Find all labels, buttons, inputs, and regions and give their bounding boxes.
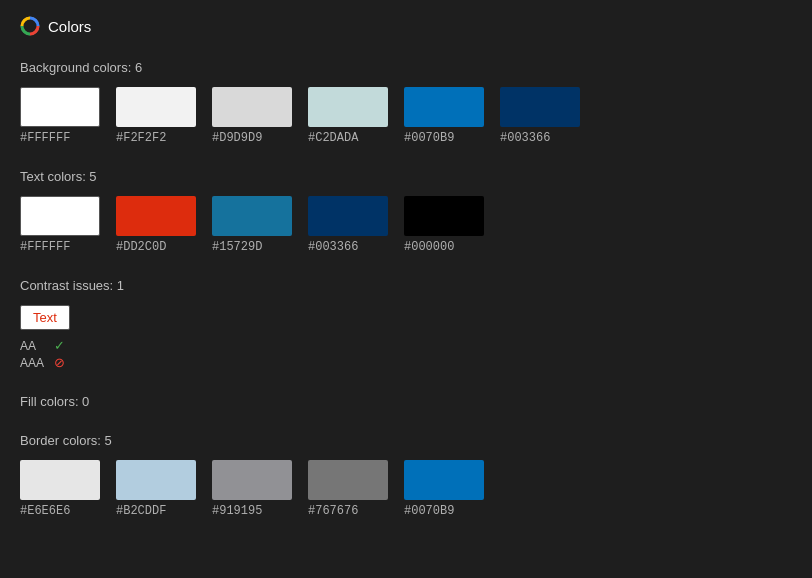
text-colors-title: Text colors: 5 bbox=[20, 169, 792, 184]
background-colors-row: #FFFFFF #F2F2F2 #D9D9D9 #C2DADA #0070B9 … bbox=[20, 87, 792, 145]
color-swatch bbox=[500, 87, 580, 127]
color-hex: #B2CDDF bbox=[116, 504, 166, 518]
color-hex: #0070B9 bbox=[404, 131, 454, 145]
color-hex: #C2DADA bbox=[308, 131, 358, 145]
color-swatch bbox=[308, 196, 388, 236]
color-item: #FFFFFF bbox=[20, 87, 100, 145]
color-item: #C2DADA bbox=[308, 87, 388, 145]
color-hex: #0070B9 bbox=[404, 504, 454, 518]
aa-rating-row: AA ✓ bbox=[20, 338, 792, 353]
color-hex: #003366 bbox=[500, 131, 550, 145]
aaa-fail-icon: ⊘ bbox=[54, 355, 65, 370]
color-swatch bbox=[20, 87, 100, 127]
color-swatch bbox=[212, 460, 292, 500]
color-item: #000000 bbox=[404, 196, 484, 254]
color-swatch bbox=[116, 196, 196, 236]
page-header: Colors bbox=[20, 16, 792, 36]
color-swatch bbox=[308, 87, 388, 127]
color-swatch bbox=[404, 196, 484, 236]
color-swatch bbox=[212, 196, 292, 236]
color-hex: #919195 bbox=[212, 504, 262, 518]
aaa-label: AAA bbox=[20, 356, 48, 370]
color-item: #E6E6E6 bbox=[20, 460, 100, 518]
color-hex: #DD2C0D bbox=[116, 240, 166, 254]
background-colors-section: Background colors: 6 #FFFFFF #F2F2F2 #D9… bbox=[20, 60, 792, 145]
text-colors-row: #FFFFFF #DD2C0D #15729D #003366 #000000 bbox=[20, 196, 792, 254]
page-title: Colors bbox=[48, 18, 91, 35]
color-swatch bbox=[20, 460, 100, 500]
color-hex: #FFFFFF bbox=[20, 240, 70, 254]
border-colors-title: Border colors: 5 bbox=[20, 433, 792, 448]
color-swatch bbox=[404, 87, 484, 127]
color-item: #15729D bbox=[212, 196, 292, 254]
color-swatch bbox=[212, 87, 292, 127]
color-hex: #003366 bbox=[308, 240, 358, 254]
color-hex: #000000 bbox=[404, 240, 454, 254]
fill-colors-title: Fill colors: 0 bbox=[20, 394, 792, 409]
border-colors-section: Border colors: 5 #E6E6E6 #B2CDDF #919195… bbox=[20, 433, 792, 518]
background-colors-title: Background colors: 6 bbox=[20, 60, 792, 75]
color-item: #003366 bbox=[308, 196, 388, 254]
color-item: #919195 bbox=[212, 460, 292, 518]
color-item: #F2F2F2 bbox=[116, 87, 196, 145]
color-hex: #FFFFFF bbox=[20, 131, 70, 145]
color-item: #DD2C0D bbox=[116, 196, 196, 254]
color-hex: #D9D9D9 bbox=[212, 131, 262, 145]
color-hex: #E6E6E6 bbox=[20, 504, 70, 518]
contrast-issues-title: Contrast issues: 1 bbox=[20, 278, 792, 293]
color-item: #FFFFFF bbox=[20, 196, 100, 254]
fill-colors-section: Fill colors: 0 bbox=[20, 394, 792, 409]
text-colors-section: Text colors: 5 #FFFFFF #DD2C0D #15729D #… bbox=[20, 169, 792, 254]
color-item: #D9D9D9 bbox=[212, 87, 292, 145]
border-colors-row: #E6E6E6 #B2CDDF #919195 #767676 #0070B9 bbox=[20, 460, 792, 518]
color-item: #0070B9 bbox=[404, 460, 484, 518]
color-swatch bbox=[116, 87, 196, 127]
contrast-sample-box: Text bbox=[20, 305, 70, 330]
color-swatch bbox=[116, 460, 196, 500]
aaa-rating-row: AAA ⊘ bbox=[20, 355, 792, 370]
color-item: #003366 bbox=[500, 87, 580, 145]
color-swatch bbox=[20, 196, 100, 236]
contrast-sample-text: Text bbox=[33, 310, 57, 325]
color-item: #767676 bbox=[308, 460, 388, 518]
color-item: #B2CDDF bbox=[116, 460, 196, 518]
aa-pass-icon: ✓ bbox=[54, 338, 65, 353]
aa-label: AA bbox=[20, 339, 48, 353]
color-item: #0070B9 bbox=[404, 87, 484, 145]
color-hex: #15729D bbox=[212, 240, 262, 254]
contrast-issues-section: Contrast issues: 1 Text AA ✓ AAA ⊘ bbox=[20, 278, 792, 370]
color-swatch bbox=[404, 460, 484, 500]
logo-icon bbox=[20, 16, 40, 36]
color-hex: #767676 bbox=[308, 504, 358, 518]
color-hex: #F2F2F2 bbox=[116, 131, 166, 145]
color-swatch bbox=[308, 460, 388, 500]
